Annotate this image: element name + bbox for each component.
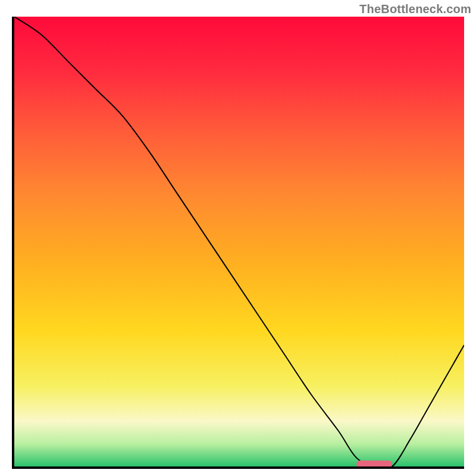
plot-frame xyxy=(12,17,464,469)
plot-area xyxy=(14,17,464,466)
curve-path xyxy=(14,17,464,466)
watermark-text: TheBottleneck.com xyxy=(359,2,471,16)
bottleneck-curve xyxy=(14,17,464,466)
chart-container: TheBottleneck.com xyxy=(0,0,476,476)
optimal-point-marker xyxy=(356,461,392,468)
